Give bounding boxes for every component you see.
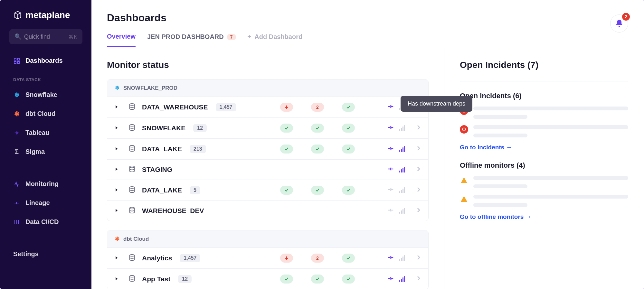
sigma-icon: Σ <box>13 148 20 155</box>
svg-point-6 <box>130 145 135 147</box>
quick-find-shortcut: ⌘K <box>69 34 77 40</box>
svg-rect-2 <box>14 61 16 63</box>
sidebar-item-label: Sigma <box>25 148 45 155</box>
sidebar-item-lineage[interactable]: Lineage <box>0 195 91 211</box>
expand-caret-icon[interactable] <box>115 167 119 172</box>
expand-caret-icon[interactable] <box>115 125 119 131</box>
tab-add-dashboard[interactable]: + Add Dashbaord <box>248 33 303 46</box>
monitor-row[interactable]: Analytics 1,457 2 <box>107 247 428 268</box>
svg-point-5 <box>130 125 135 126</box>
content: Monitor status ❄SNOWFLAKE_PROD DATA_WARE… <box>91 47 644 289</box>
downstream-deps-icon[interactable] <box>387 145 394 153</box>
pulse-icon <box>13 181 20 188</box>
downstream-deps-icon[interactable] <box>387 103 394 111</box>
notifications-button[interactable]: 2 <box>610 14 628 33</box>
downstream-deps-icon[interactable] <box>387 275 394 283</box>
monitor-row[interactable]: SNOWFLAKE 12 <box>107 117 428 138</box>
expand-caret-icon[interactable] <box>115 208 119 214</box>
row-count: 1,457 <box>216 103 236 111</box>
tab-jen-prod[interactable]: JEN PROD DASHBOARD 7 <box>147 33 236 46</box>
sidebar-item-cicd[interactable]: Data CI/CD <box>0 214 91 230</box>
go-to-incidents-link[interactable]: Go to incidents → <box>460 144 628 151</box>
go-to-offline-monitors-link[interactable]: Go to offline monitors → <box>460 213 628 220</box>
link-label: Go to offline monitors → <box>460 213 532 220</box>
downstream-deps-icon[interactable] <box>387 207 394 215</box>
database-icon <box>128 254 136 262</box>
status-ok-icon <box>342 103 355 112</box>
sidebar-item-label: Monitoring <box>25 180 59 188</box>
monitor-group: ✱dbt Cloud Analytics 1,457 2 App Test 12 <box>107 230 429 289</box>
expand-caret-icon[interactable] <box>115 104 119 110</box>
downstream-deps-icon[interactable] <box>387 165 394 174</box>
sidebar-section-data-stack: DATA STACK <box>0 71 91 84</box>
quick-find-placeholder: Quick find <box>24 33 50 40</box>
row-name: DATA_WAREHOUSE <box>142 103 208 111</box>
sidebar-item-settings[interactable]: Settings <box>0 246 91 262</box>
expand-caret-icon[interactable] <box>115 187 119 193</box>
open-incidents-title: Open Incidents (7) <box>460 60 628 70</box>
status-cells: 2 <box>260 103 421 112</box>
database-icon <box>128 275 136 283</box>
chevron-right-icon[interactable] <box>417 125 421 132</box>
status-cells: 2 <box>260 254 421 263</box>
sidebar-item-monitoring[interactable]: Monitoring <box>0 176 91 192</box>
row-count: 213 <box>190 145 206 153</box>
status-cells <box>260 144 421 154</box>
chevron-right-icon[interactable] <box>417 255 421 262</box>
svg-rect-0 <box>14 58 16 60</box>
sidebar-item-dbt[interactable]: ✱ dbt Cloud <box>0 106 91 122</box>
monitor-row[interactable]: WAREHOUSE_DEV <box>107 200 428 221</box>
status-ok-icon <box>280 186 293 195</box>
chevron-right-icon[interactable] <box>417 145 421 153</box>
sidebar-item-sigma[interactable]: Σ Sigma <box>0 144 91 160</box>
svg-point-7 <box>130 166 135 168</box>
quick-find[interactable]: 🔍 Quick find ⌘K <box>9 29 82 44</box>
expand-caret-icon[interactable] <box>115 255 119 261</box>
svg-point-10 <box>130 255 135 256</box>
chevron-right-icon[interactable] <box>417 207 421 214</box>
svg-rect-3 <box>17 61 19 63</box>
sidebar-item-snowflake[interactable]: ❄ Snowflake <box>0 87 91 103</box>
chevron-right-icon[interactable] <box>417 275 421 283</box>
status-ok-icon <box>311 186 324 195</box>
incident-item <box>460 107 628 119</box>
divider <box>13 238 79 238</box>
activity-bars-icon <box>399 125 405 131</box>
sidebar-item-label: dbt Cloud <box>25 110 55 117</box>
monitor-row[interactable]: DATA_LAKE 213 <box>107 138 428 159</box>
monitor-row[interactable]: STAGING <box>107 159 428 180</box>
downstream-deps-icon[interactable] <box>387 124 394 132</box>
chevron-right-icon[interactable] <box>417 187 421 194</box>
status-ok-icon <box>342 144 355 154</box>
chevron-right-icon[interactable] <box>417 166 421 173</box>
warning-icon <box>460 195 468 203</box>
tab-label: Overview <box>107 33 136 40</box>
status-ok-icon <box>280 124 293 133</box>
grid-icon <box>13 57 20 64</box>
row-count: 12 <box>193 124 207 132</box>
error-icon <box>460 125 468 134</box>
tab-overview[interactable]: Overview <box>107 33 136 47</box>
sidebar-item-label: Lineage <box>25 199 50 207</box>
status-ok-icon <box>280 144 293 154</box>
monitor-row[interactable]: App Test 12 <box>107 268 428 289</box>
svg-point-11 <box>130 275 135 277</box>
svg-point-9 <box>130 207 135 209</box>
sidebar-item-label: Dashboards <box>25 57 63 64</box>
expand-caret-icon[interactable] <box>115 276 119 282</box>
monitor-row[interactable]: DATA_WAREHOUSE 1,457 2 <box>107 97 428 117</box>
row-name: App Test <box>142 275 170 283</box>
expand-caret-icon[interactable] <box>115 146 119 152</box>
database-icon <box>128 103 136 111</box>
incident-item <box>460 125 628 137</box>
sidebar-item-dashboards[interactable]: Dashboards <box>0 52 91 69</box>
tab-label: Add Dashbaord <box>254 33 302 41</box>
status-error-count: 2 <box>311 254 324 263</box>
downstream-deps-icon[interactable] <box>387 254 394 262</box>
sidebar-item-label: Settings <box>13 250 39 258</box>
dbt-icon: ✱ <box>115 236 119 242</box>
downstream-deps-icon[interactable] <box>387 186 394 194</box>
monitor-row[interactable]: DATA_LAKE 5 <box>107 180 428 200</box>
sidebar-item-tableau[interactable]: ✦ Tableau <box>0 125 91 141</box>
row-count: 5 <box>190 186 200 194</box>
